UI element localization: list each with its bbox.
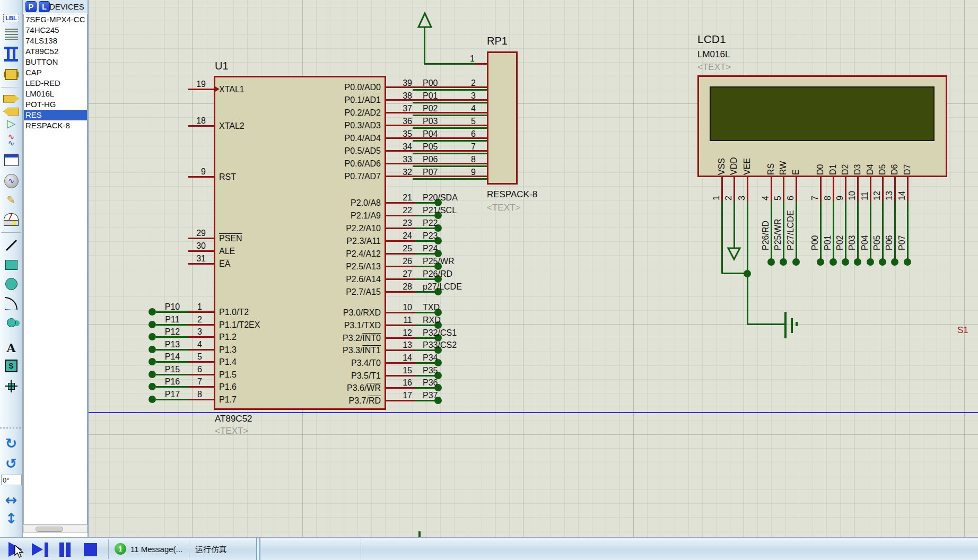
- library-button[interactable]: L: [39, 1, 50, 12]
- u1-ref[interactable]: U1: [215, 60, 278, 72]
- wire[interactable]: [413, 140, 487, 142]
- graph-icon[interactable]: [2, 132, 21, 148]
- net-label[interactable]: P36: [423, 378, 486, 388]
- wire[interactable]: [721, 202, 723, 274]
- lcd1-part-label[interactable]: LM016L: [697, 49, 750, 60]
- script-icon[interactable]: [2, 25, 21, 42]
- message-count-label[interactable]: 11 Message(...: [130, 538, 182, 560]
- bus-icon[interactable]: [2, 46, 21, 63]
- popup-window-icon[interactable]: [2, 152, 21, 169]
- wire[interactable]: [820, 202, 822, 259]
- device-list-hscrollbar[interactable]: [23, 526, 88, 533]
- net-label[interactable]: P32/CS1: [423, 328, 486, 338]
- stop-button[interactable]: [84, 540, 97, 558]
- wire[interactable]: [833, 202, 834, 259]
- pin-name: P1.3: [219, 345, 304, 355]
- wire[interactable]: [413, 127, 487, 129]
- ground-terminal-icon[interactable]: [727, 247, 741, 261]
- device-list-hscrollbar-thumb[interactable]: [36, 527, 63, 532]
- probe-icon[interactable]: [2, 191, 21, 208]
- net-label[interactable]: P25/WR: [423, 257, 486, 266]
- wire[interactable]: [734, 202, 735, 248]
- rotate-ccw-icon[interactable]: [2, 455, 21, 472]
- wire[interactable]: [413, 165, 487, 167]
- device-list-item[interactable]: RESPACK-8: [24, 120, 87, 131]
- net-label[interactable]: P23: [423, 231, 486, 241]
- battery-plate-long[interactable]: [784, 312, 787, 338]
- schematic-canvas[interactable]: U1AT89C52<TEXT>19XTAL118XTAL29RST29PSEN3…: [89, 0, 978, 537]
- wire[interactable]: [413, 115, 487, 116]
- power-terminal-icon[interactable]: [417, 12, 433, 29]
- wire[interactable]: [771, 202, 772, 259]
- net-label[interactable]: RXD: [423, 316, 486, 325]
- net-label[interactable]: P24: [423, 244, 486, 253]
- wire[interactable]: [413, 89, 487, 91]
- marker-2d-icon[interactable]: [2, 378, 21, 395]
- rp1-body[interactable]: [487, 51, 518, 185]
- net-label[interactable]: P22: [423, 218, 486, 228]
- rp1-part-label[interactable]: RESPACK-8: [487, 189, 551, 200]
- wire[interactable]: [413, 102, 487, 103]
- generator-icon[interactable]: [2, 172, 21, 189]
- device-list-item[interactable]: POT-HG: [24, 99, 87, 110]
- wire[interactable]: [857, 202, 859, 259]
- net-label[interactable]: TXD: [423, 303, 486, 312]
- net-label[interactable]: P33/CS2: [423, 340, 486, 350]
- wire[interactable]: [845, 202, 846, 259]
- device-pin-icon[interactable]: [2, 115, 21, 132]
- mirror-v-icon[interactable]: [2, 510, 21, 527]
- pane-splitter[interactable]: [256, 538, 260, 560]
- u1-part-label[interactable]: AT89C52: [215, 414, 300, 424]
- wire[interactable]: [907, 202, 909, 259]
- mirror-h-icon[interactable]: [2, 491, 21, 508]
- wire[interactable]: [413, 153, 487, 154]
- wire[interactable]: [783, 202, 784, 259]
- info-icon[interactable]: i: [115, 543, 126, 555]
- device-list-item[interactable]: 74HC245: [24, 25, 87, 36]
- wire[interactable]: [870, 202, 871, 259]
- rp1-ref[interactable]: RP1: [487, 35, 529, 47]
- path-2d-icon[interactable]: [2, 314, 21, 331]
- device-list-item[interactable]: 74LS138: [24, 36, 87, 46]
- device-list-item[interactable]: AT89C52: [24, 46, 87, 57]
- net-label[interactable]: P26/RD: [423, 269, 486, 279]
- device-list-item[interactable]: LED-RED: [24, 78, 87, 89]
- pause-button[interactable]: [59, 540, 71, 558]
- wire[interactable]: [882, 202, 884, 259]
- device-list-item[interactable]: LM016L: [24, 89, 87, 99]
- step-button[interactable]: [32, 540, 48, 558]
- lcd1-screen: [710, 86, 935, 141]
- separator: [361, 539, 362, 559]
- device-list-item[interactable]: 7SEG-MPX4-CC: [24, 14, 87, 25]
- battery-plate-short[interactable]: [791, 318, 793, 333]
- wire[interactable]: [894, 202, 896, 259]
- pick-devices-button[interactable]: P: [25, 1, 37, 12]
- arc-2d-icon[interactable]: [2, 295, 21, 312]
- wire[interactable]: [747, 323, 784, 325]
- wire[interactable]: [424, 28, 425, 64]
- circle-2d-icon[interactable]: [2, 275, 21, 292]
- wire-label-icon[interactable]: [2, 10, 21, 27]
- device-list-item[interactable]: BUTTON: [24, 57, 87, 67]
- text-2d-icon[interactable]: [2, 339, 21, 356]
- wire[interactable]: [413, 178, 487, 180]
- s1-ref[interactable]: S1: [957, 325, 978, 336]
- net-label[interactable]: P35: [423, 366, 486, 375]
- instrument-icon[interactable]: [2, 211, 21, 228]
- device-list-item[interactable]: RES: [24, 110, 87, 120]
- net-label[interactable]: p27/LCDE: [423, 282, 486, 292]
- lcd1-ref[interactable]: LCD1: [697, 33, 750, 46]
- wire[interactable]: [796, 202, 797, 259]
- rotation-field[interactable]: 0°: [1, 475, 22, 485]
- wire[interactable]: [747, 202, 748, 325]
- net-label[interactable]: P37: [423, 391, 486, 400]
- net-label[interactable]: P20/SDA: [423, 193, 486, 203]
- symbol-2d-icon[interactable]: [2, 357, 21, 374]
- net-label[interactable]: P21/SCL: [423, 206, 486, 215]
- box-2d-icon[interactable]: [2, 256, 21, 273]
- component-icon[interactable]: [2, 66, 21, 83]
- line-2d-icon[interactable]: [2, 237, 21, 253]
- device-list-item[interactable]: CAP: [24, 67, 87, 78]
- rotate-cw-icon[interactable]: [2, 435, 21, 452]
- net-label[interactable]: P34: [423, 353, 486, 363]
